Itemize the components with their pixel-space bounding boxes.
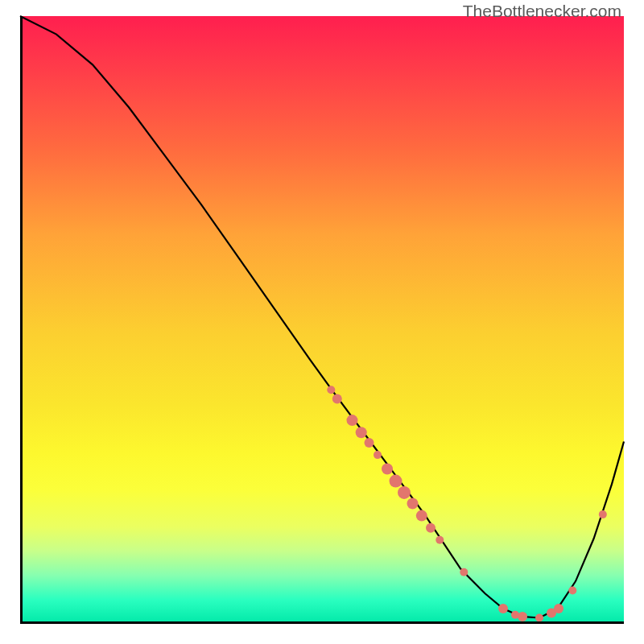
- data-marker: [535, 614, 543, 622]
- data-marker: [382, 464, 393, 475]
- watermark-text: TheBottlenecker.com: [463, 2, 621, 21]
- data-marker: [365, 438, 374, 448]
- data-markers: [327, 386, 607, 621]
- data-marker: [347, 415, 358, 426]
- data-marker: [554, 604, 564, 613]
- data-marker: [498, 604, 508, 613]
- data-marker: [436, 536, 444, 544]
- data-marker: [327, 386, 335, 394]
- data-marker: [460, 568, 468, 576]
- data-marker: [426, 523, 436, 533]
- data-marker: [398, 486, 411, 499]
- curve-line: [20, 16, 624, 618]
- data-marker: [518, 612, 527, 621]
- chart-svg: [20, 16, 624, 624]
- chart-container: TheBottlenecker.com: [0, 0, 644, 644]
- data-marker: [356, 427, 367, 438]
- data-marker: [374, 451, 382, 459]
- data-marker: [568, 587, 576, 595]
- data-marker: [599, 510, 607, 518]
- data-marker: [407, 498, 419, 510]
- data-marker: [390, 475, 402, 488]
- data-marker: [416, 510, 427, 522]
- data-marker: [332, 394, 342, 404]
